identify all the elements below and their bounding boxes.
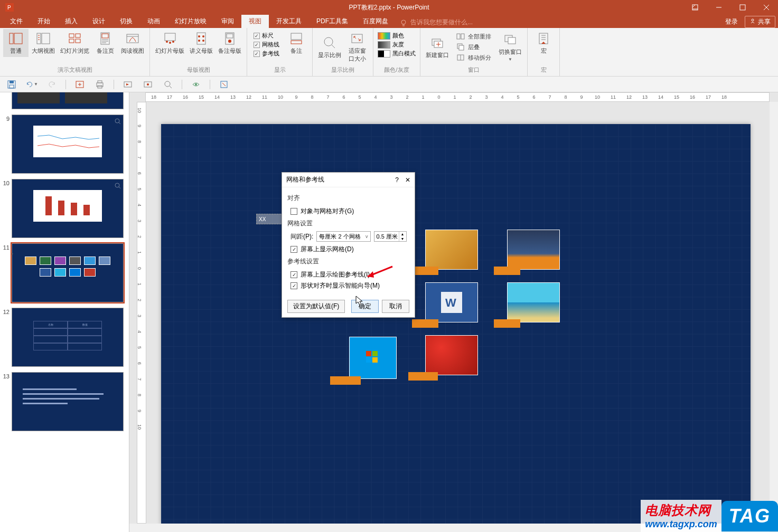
ribbon-display-options[interactable] — [683, 0, 707, 15]
slide[interactable]: XX W — [161, 124, 751, 525]
dialog-titlebar[interactable]: 网格和参考线 ? ✕ — [282, 173, 415, 187]
set-default-button[interactable]: 设置为默认值(F) — [287, 300, 345, 313]
spacing-select[interactable]: 每厘米 2 个网格 — [316, 231, 370, 242]
slide-image-4[interactable] — [507, 282, 560, 322]
spin-down-icon[interactable]: ▼ — [399, 236, 406, 241]
spacing-spinner[interactable]: 0.5 厘米▲▼ — [374, 231, 407, 242]
smart-guides-option[interactable]: ✓ 形状对齐时显示智能向导(M) — [287, 280, 409, 291]
title-bar: P PPT教程2.pptx - PowerPoint — [0, 0, 778, 15]
tab-pdf[interactable]: PDF工具集 — [309, 15, 355, 28]
tab-view[interactable]: 视图 — [241, 15, 269, 28]
maximize-button[interactable] — [730, 0, 754, 15]
notes-toggle-button[interactable]: 备注 — [284, 29, 309, 57]
qat-misc-1[interactable] — [190, 78, 202, 91]
qat-zoom[interactable] — [162, 78, 174, 91]
slide-thumbnail-panel[interactable]: 9 10 11 * — [0, 92, 129, 532]
gridlines-checkbox[interactable]: ✓网格线 — [251, 40, 282, 49]
tab-design[interactable]: 设计 — [85, 15, 113, 28]
tab-slideshow[interactable]: 幻灯片放映 — [167, 15, 214, 28]
ok-button[interactable]: 确定 — [351, 300, 379, 313]
ribbon: 普通 大纲视图 幻灯片浏览 备注页 阅读视图 演示文稿视图 — [0, 28, 778, 77]
thumb-number: 13 — [2, 372, 12, 431]
spin-up-icon[interactable]: ▲ — [399, 232, 406, 236]
new-window-button[interactable]: 新建窗口 — [424, 29, 451, 65]
slide-thumbnail-8[interactable] — [2, 92, 127, 109]
group-presentation-views: 普通 大纲视图 幻灯片浏览 备注页 阅读视图 演示文稿视图 — [0, 28, 150, 76]
ruler-tick: 16 — [177, 94, 193, 100]
color-button[interactable]: 颜色 — [378, 31, 416, 40]
slide-thumbnail-13[interactable]: 13 — [2, 372, 127, 431]
svg-rect-21 — [197, 33, 205, 44]
reading-view-button[interactable]: 阅读视图 — [119, 29, 146, 57]
qat-from-current[interactable] — [142, 78, 154, 91]
slide-image-1[interactable] — [425, 230, 478, 270]
group-master-views: 幻灯片母版 讲义母版 备注母版 母版视图 — [150, 28, 247, 76]
tab-review[interactable]: 审阅 — [214, 15, 241, 28]
cascade-button[interactable]: 层叠 — [453, 42, 494, 52]
save-button[interactable] — [5, 78, 18, 91]
slide-image-5[interactable] — [349, 337, 397, 379]
bw-button[interactable]: 黑白模式 — [378, 49, 416, 58]
slide-master-button[interactable]: 幻灯片母版 — [153, 29, 186, 57]
slide-image-2[interactable] — [507, 230, 560, 270]
tab-baidu[interactable]: 百度网盘 — [355, 15, 396, 28]
svg-rect-12 — [69, 39, 74, 43]
qat-new-slide[interactable] — [73, 78, 86, 91]
slide-canvas[interactable]: XX W — [161, 124, 751, 525]
cancel-button[interactable]: 取消 — [382, 300, 409, 313]
qat-from-beginning[interactable] — [121, 78, 134, 91]
dialog-close-button[interactable]: ✕ — [405, 176, 410, 184]
outline-view-button[interactable]: 大纲视图 — [30, 29, 57, 57]
notes-label: 备注 — [290, 47, 302, 55]
undo-button[interactable]: ▼ — [25, 78, 38, 91]
redo-button[interactable] — [45, 78, 58, 91]
tab-home[interactable]: 开始 — [30, 15, 58, 28]
tab-animations[interactable]: 动画 — [140, 15, 167, 28]
tell-me-search[interactable]: 告诉我您想要做什么... — [396, 17, 477, 28]
minimize-button[interactable] — [707, 0, 730, 15]
show-grid-option[interactable]: ✓ 屏幕上显示网格(D) — [287, 244, 409, 255]
guides-checkbox[interactable]: ✓参考线 — [251, 49, 282, 58]
tab-transitions[interactable]: 切换 — [113, 15, 140, 28]
slide-editor[interactable]: 1817161514131211109876543210123456789101… — [129, 92, 778, 532]
sorter-view-button[interactable]: 幻灯片浏览 — [58, 29, 91, 57]
normal-view-button[interactable]: 普通 — [3, 29, 29, 57]
move-split-button[interactable]: 移动拆分 — [453, 52, 494, 63]
macros-button[interactable]: 宏 — [531, 29, 556, 57]
ruler-tick: 7 — [137, 150, 146, 166]
group-window: 新建窗口 全部重排 层叠 移动拆分 切换窗口 ▼ 窗口 — [420, 28, 528, 76]
spinner-buttons[interactable]: ▲▼ — [399, 232, 406, 241]
horizontal-scrollbar[interactable] — [129, 524, 770, 532]
zoom-button[interactable]: 显示比例 — [316, 29, 343, 65]
tab-insert[interactable]: 插入 — [58, 15, 85, 28]
show-guides-option[interactable]: ✓ 屏幕上显示绘图参考线(I) — [287, 269, 409, 280]
arrange-all-button[interactable]: 全部重排 — [453, 31, 494, 42]
notes-page-button[interactable]: 备注页 — [92, 29, 118, 57]
slide-image-label — [412, 319, 438, 328]
share-button[interactable]: 共享 — [745, 16, 775, 28]
tab-developer[interactable]: 开发工具 — [269, 15, 309, 28]
grayscale-button[interactable]: 灰度 — [378, 40, 416, 49]
vertical-ruler: 10987654321012345678910 — [137, 102, 146, 524]
slide-image-6[interactable] — [425, 335, 478, 375]
tab-file[interactable]: 文件 — [3, 15, 30, 28]
vertical-scrollbar[interactable] — [770, 102, 778, 524]
qat-misc-2[interactable] — [218, 78, 230, 91]
close-button[interactable] — [754, 0, 778, 15]
thumb-text — [23, 388, 113, 404]
svg-rect-48 — [98, 81, 102, 83]
switch-window-button[interactable]: 切换窗口 ▼ — [496, 29, 524, 65]
dialog-help-button[interactable]: ? — [395, 176, 399, 184]
notes-master-button[interactable]: 备注母版 — [216, 29, 243, 57]
slide-thumbnail-10[interactable]: 10 — [2, 179, 127, 238]
slide-thumbnail-11[interactable]: 11 * — [2, 243, 127, 302]
snap-to-grid-option[interactable]: 对象与网格对齐(G) — [287, 206, 409, 217]
handout-master-button[interactable]: 讲义母版 — [188, 29, 215, 57]
slide-thumbnail-9[interactable]: 9 — [2, 115, 127, 174]
signin-link[interactable]: 登录 — [721, 16, 742, 27]
fit-window-button[interactable]: 适应窗口大小 — [344, 29, 370, 65]
qat-print[interactable] — [93, 78, 106, 91]
slide-thumbnail-12[interactable]: 12 名称数值 — [2, 308, 127, 367]
ruler-checkbox[interactable]: ✓标尺 — [251, 31, 282, 40]
slide-image-3[interactable]: W — [425, 282, 478, 322]
